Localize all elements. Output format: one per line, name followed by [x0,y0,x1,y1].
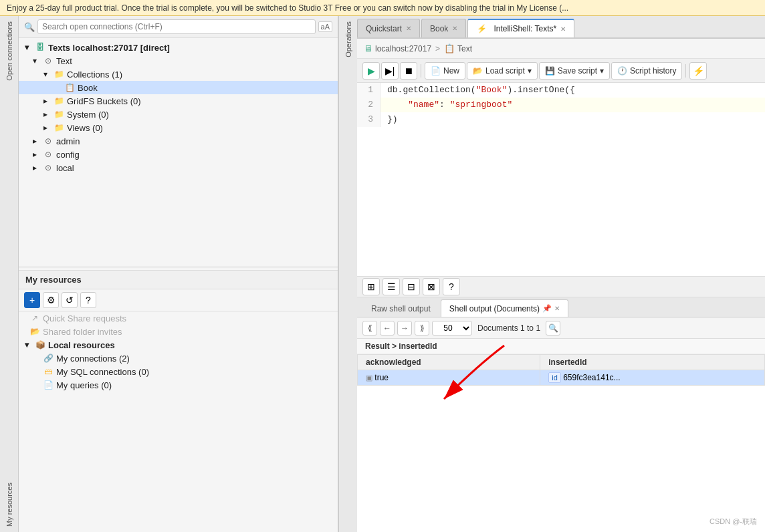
expand-icon: ▸ [29,136,40,146]
shared-folder-item[interactable]: 📂 Shared folder invites [19,325,338,338]
db-small-icon: ⊙ [43,149,53,160]
last-page-button[interactable]: ⟫ [415,321,429,336]
tree-label: My queries (0) [56,380,112,390]
tree-item-text-db[interactable]: ▾ ⊙ Text [19,54,338,68]
extra-button[interactable]: ⚡ [689,62,707,80]
load-icon: 📂 [473,66,483,76]
docs-count: Documents 1 to 1 [477,323,540,333]
tab-close-icon[interactable]: ✕ [554,305,560,312]
tree-item-collections[interactable]: ▾ 📁 Collections (1) [19,68,338,81]
dropdown-icon: ▾ [600,66,604,76]
play-button[interactable]: ▶ [362,62,380,80]
db-small-icon: ⊙ [43,162,53,173]
step-button[interactable]: ▶| [381,62,399,80]
load-script-button[interactable]: 📂 Load script ▾ [467,62,538,80]
tree-item-book[interactable]: 📋 Book [19,81,338,94]
open-connections-label: Open connections [3,16,16,86]
search-result-button[interactable]: 🔍 [546,321,560,336]
code-line-1: 1 db.getCollection("Book").insertOne({ [357,83,765,98]
help-result-button[interactable]: ? [443,278,460,295]
settings-button[interactable]: ⚙ [43,292,59,308]
save-label: Save script [558,66,597,76]
db-icon: 🗄 [35,42,45,53]
tree-label: admin [56,136,80,146]
tree-item-config[interactable]: ▸ ⊙ config [19,148,338,161]
history-label: Script history [630,66,676,76]
aa-badge: aA [318,21,332,32]
table-view-button[interactable]: ⊠ [423,278,440,295]
connection-tree: ▾ 🗄 Texts localhost:27017 [direct] ▾ ⊙ T… [19,38,338,264]
cell-value: true [374,373,389,382]
code-editor[interactable]: 1 db.getCollection("Book").insertOne({ 2… [357,83,765,276]
result-toolbar: ⊞ ☰ ⊟ ⊠ ? [357,276,765,297]
dropdown-icon: ▾ [528,66,532,76]
tab-label: IntelliShell: Texts* [494,24,556,33]
operations-label: Operations [342,16,355,63]
my-resources-label: My resources [3,477,16,532]
grid-view-button[interactable]: ⊞ [362,278,380,295]
tree-label: Quick Share requests [43,313,126,323]
tab-label: Shell output (Documents) [449,304,540,313]
next-page-button[interactable]: → [397,321,412,336]
expand-icon: ▸ [29,162,40,173]
tab-label: Book [430,24,448,33]
tree-item-system[interactable]: ▸ 📁 System (0) [19,108,338,121]
tree-item-views[interactable]: ▸ 📁 Views (0) [19,121,338,134]
tab-intellishell[interactable]: ⚡ IntelliShell: Texts* ✕ [467,19,574,37]
breadcrumb: 🖥 localhost:27017 > 📋 Text [357,39,765,59]
tab-documents-output[interactable]: Shell output (Documents) 📌 ✕ [441,299,568,317]
spacer [51,82,62,93]
first-page-button[interactable]: ⟪ [362,321,377,336]
tree-label: Texts localhost:27017 [direct] [48,43,170,53]
refresh-button[interactable]: ↺ [62,292,78,308]
tree-item-local[interactable]: ▸ ⊙ local [19,161,338,174]
tab-close-icon[interactable]: ✕ [452,25,457,32]
code-line-3: 3 }) [357,112,765,127]
local-resources-item[interactable]: ▾ 📦 Local resources [19,338,338,352]
cell-insertedid: id 659fc3ea141c... [540,370,765,386]
tab-close-icon[interactable]: ✕ [560,25,566,33]
share-icon: ↗ [29,313,40,323]
tab-book[interactable]: Book ✕ [421,19,466,37]
tree-view-button[interactable]: ⊟ [403,278,420,295]
tab-label: Raw shell output [371,304,431,313]
code-line-2: 2 "name": "springboot" [357,98,765,112]
help-button[interactable]: ? [80,292,96,308]
search-input[interactable] [37,19,316,34]
intellishell-icon: ⚡ [476,23,487,34]
tree-item-gridfs[interactable]: ▸ 📁 GridFS Buckets (0) [19,94,338,108]
tree-label: Shared folder invites [43,327,122,337]
tree-label: Views (0) [67,123,103,133]
tree-label: Book [78,83,98,93]
tree-item-admin[interactable]: ▸ ⊙ admin [19,134,338,148]
list-view-button[interactable]: ☰ [382,278,400,295]
line-number: 3 [357,112,380,127]
quick-share-item[interactable]: ↗ Quick Share requests [19,311,338,325]
line-content: db.getCollection("Book").insertOne({ [380,83,575,98]
my-sql-connections-item[interactable]: 🗃 My SQL connections (0) [19,365,338,378]
banner-text: Enjoy a 25-day full product trial. Once … [7,3,568,13]
stop-button[interactable]: ⏹ [400,62,417,80]
folder-icon: 📂 [29,326,40,337]
tree-item-texts-root[interactable]: ▾ 🗄 Texts localhost:27017 [direct] [19,41,338,54]
watermark: CSDN @-联瑞 [709,517,757,527]
page-size-select[interactable]: 50 100 200 [432,321,472,336]
table-row[interactable]: ▣ true id 659fc3ea141c... [358,370,765,386]
save-script-button[interactable]: 💾 Save script ▾ [539,62,610,80]
tab-quickstart[interactable]: Quickstart ✕ [357,19,420,37]
line-number: 2 [357,98,380,112]
my-queries-item[interactable]: 📄 My queries (0) [19,378,338,392]
tab-raw-output[interactable]: Raw shell output [362,299,439,317]
my-connections-item[interactable]: 🔗 My connections (2) [19,352,338,365]
prev-page-button[interactable]: ← [380,321,395,336]
expand-icon: ▾ [21,340,32,350]
tab-close-icon[interactable]: ✕ [406,25,411,32]
line-number: 1 [357,83,380,98]
db-small-icon: ⊙ [43,136,53,146]
script-history-button[interactable]: 🕐 Script history [611,62,682,80]
expand-icon: ▾ [21,42,32,53]
add-resource-button[interactable]: + [24,292,40,308]
save-icon: 💾 [545,66,555,76]
new-button[interactable]: 📄 New [425,62,465,80]
col-insertedid: insertedId [540,355,765,370]
